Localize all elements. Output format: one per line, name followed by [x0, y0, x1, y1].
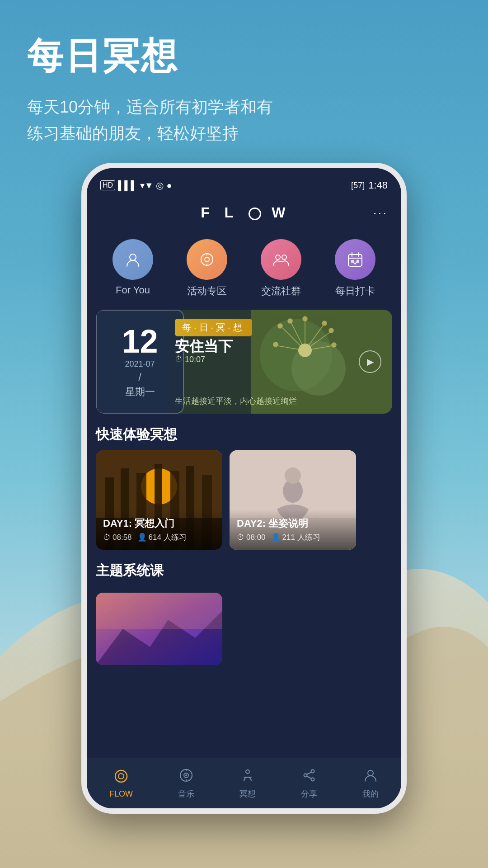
daily-meditation-card[interactable]: 12 2021-07 / 星期一 每·日·冥·想 安住当下 ⏱ 10:07 ▶ …: [96, 310, 392, 414]
person-icon-sm2: 👤: [271, 533, 281, 542]
meditation-icon: [240, 768, 255, 786]
subtitle: 每天10分钟，适合所有初学者和有 练习基础的朋友，轻松好坚持: [27, 94, 461, 146]
card1-meta: ⏱ 08:58 👤 614 人练习: [103, 532, 215, 542]
more-menu-button[interactable]: ···: [373, 206, 388, 220]
meditation-card-day1[interactable]: DAY1: 冥想入门 ⏱ 08:58 👤 614 人练习: [96, 450, 222, 550]
play-button[interactable]: ▶: [359, 350, 381, 373]
theme-section-content: [87, 586, 401, 665]
time-display: 1:48: [368, 179, 388, 191]
wifi-icon: ▾▼: [140, 180, 154, 191]
svg-point-5: [276, 255, 280, 259]
activity-icon-bg: [187, 239, 227, 280]
person-icon-sm: 👤: [137, 533, 147, 542]
profile-icon: [363, 768, 378, 786]
wechat-icon: ●: [166, 180, 172, 191]
status-bar: HD ▌▌▌ ▾▼ ◎ ● [57] 1:48: [87, 168, 401, 195]
activity-icon: [197, 250, 216, 269]
quick-meditation-list: DAY1: 冥想入门 ⏱ 08:58 👤 614 人练习: [87, 450, 401, 550]
daily-date-panel: 12 2021-07 / 星期一: [96, 310, 184, 414]
page-title: 每日冥想: [27, 36, 461, 76]
daily-tag: 每·日·冥·想: [175, 319, 252, 336]
status-right: [57] 1:48: [351, 179, 388, 191]
meditation-label: 冥想: [239, 788, 256, 799]
svg-point-22: [303, 316, 307, 321]
calendar-icon: [346, 250, 365, 269]
quick-section-title: 快速体验冥想: [87, 421, 401, 450]
card1-overlay: DAY1: 冥想入门 ⏱ 08:58 👤 614 人练习: [96, 509, 222, 550]
day-date: 2021-07: [125, 359, 155, 369]
card2-overlay: DAY2: 坐姿说明 ⏱ 08:00 👤 211 人练习: [230, 509, 356, 550]
svg-point-63: [368, 770, 373, 776]
svg-point-45: [285, 467, 301, 484]
person-icon: [123, 250, 142, 269]
bottom-nav-share[interactable]: 分享: [301, 768, 317, 799]
card1-duration: ⏱ 08:58: [103, 532, 132, 542]
app-header: F L W ···: [87, 195, 401, 230]
card2-duration: ⏱ 08:00: [237, 532, 266, 542]
music-label: 音乐: [178, 788, 194, 799]
svg-point-60: [311, 778, 314, 781]
clock-icon-sm: ⏱: [103, 533, 111, 542]
share-icon: [302, 768, 316, 786]
svg-point-0: [130, 254, 136, 260]
theme-section-title: 主题系统课: [87, 557, 401, 586]
svg-point-50: [118, 774, 124, 779]
phone-frame: HD ▌▌▌ ▾▼ ◎ ● [57] 1:48 F L W ···: [81, 163, 407, 814]
svg-point-30: [332, 343, 336, 347]
bottom-navigation: FLOW 音乐: [87, 759, 401, 808]
svg-line-62: [307, 776, 311, 778]
bottom-nav-meditation[interactable]: 冥想: [239, 768, 256, 799]
for-you-icon-bg: [113, 239, 153, 280]
signal-icon: ▌▌▌: [118, 180, 137, 191]
bottom-nav-profile[interactable]: 我的: [362, 768, 379, 799]
bottom-nav-flow[interactable]: FLOW: [109, 769, 133, 799]
nav-activity[interactable]: 活动专区: [187, 239, 227, 298]
activity-label: 活动专区: [187, 284, 227, 298]
theme-card-1[interactable]: [96, 593, 222, 665]
nav-daily-checkin[interactable]: 每日打卡: [335, 239, 375, 298]
daily-description: 生活越接近平淡，内心越接近绚烂: [175, 396, 297, 406]
svg-point-26: [329, 328, 333, 333]
day-weekday: 星期一: [125, 385, 155, 399]
logo-circle: [249, 208, 261, 220]
music-icon: [179, 768, 193, 786]
community-icon-bg: [261, 239, 301, 280]
clock-icon: ⏱: [175, 355, 183, 364]
card2-day-label: DAY2: 坐姿说明: [237, 517, 349, 530]
for-you-label: For You: [116, 284, 150, 296]
flow-label: FLOW: [109, 789, 133, 799]
flow-icon: [114, 769, 128, 787]
svg-point-18: [278, 324, 282, 328]
profile-label: 我的: [362, 788, 379, 799]
daily-checkin-label: 每日打卡: [335, 284, 375, 298]
hd-badge: HD: [100, 180, 115, 190]
card1-day-label: DAY1: 冥想入门: [103, 517, 215, 530]
svg-rect-11: [351, 260, 354, 263]
share-label: 分享: [301, 788, 317, 799]
battery-icon: [57]: [351, 181, 365, 190]
nav-for-you[interactable]: For You: [113, 239, 153, 298]
svg-point-59: [304, 774, 307, 777]
app-logo: F L W: [201, 204, 291, 221]
community-label: 交流社群: [261, 284, 301, 298]
svg-rect-48: [96, 593, 222, 629]
location-icon: ◎: [156, 180, 164, 191]
community-icon: [272, 250, 291, 269]
quick-nav: For You 活动专区: [87, 230, 401, 302]
daily-time: ⏱ 10:07: [175, 355, 205, 364]
clock-icon-sm2: ⏱: [237, 533, 244, 542]
daily-icon-bg: [335, 239, 375, 280]
header-section: 每日冥想 每天10分钟，适合所有初学者和有 练习基础的朋友，轻松好坚持: [0, 0, 488, 146]
day-number: 12: [122, 325, 158, 358]
svg-point-2: [205, 257, 209, 262]
bottom-nav-music[interactable]: 音乐: [178, 768, 194, 799]
daily-title: 安住当下: [175, 337, 233, 357]
nav-community[interactable]: 交流社群: [261, 239, 301, 298]
svg-point-56: [246, 770, 249, 774]
meditation-card-day2[interactable]: DAY2: 坐姿说明 ⏱ 08:00 👤 211 人练习: [230, 450, 356, 550]
svg-point-49: [115, 770, 127, 782]
svg-line-61: [307, 772, 311, 774]
svg-point-28: [273, 342, 278, 347]
status-left: HD ▌▌▌ ▾▼ ◎ ●: [100, 180, 172, 191]
card1-users: 👤 614 人练习: [137, 532, 187, 542]
